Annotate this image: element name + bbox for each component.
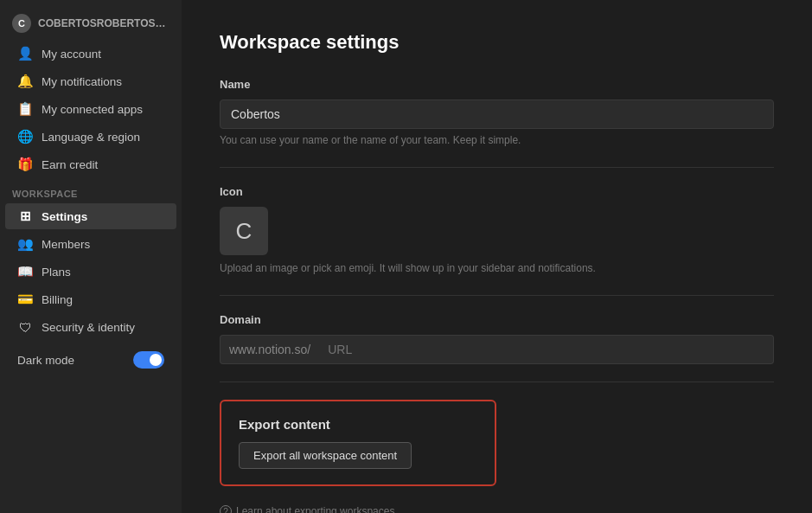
page-title: Workspace settings <box>220 31 774 54</box>
domain-prefix: www.notion.so/ <box>220 335 319 364</box>
workspace-icon-char: C <box>236 218 253 245</box>
sidebar-item-label: Earn credit <box>42 158 98 171</box>
dark-mode-toggle[interactable] <box>133 351 164 369</box>
sidebar-item-members[interactable]: 👥 Members <box>5 231 176 257</box>
settings-icon: ⊞ <box>17 208 33 224</box>
export-section: Export content Export all workspace cont… <box>220 400 496 486</box>
sidebar-item-label: My account <box>42 48 101 61</box>
sidebar-item-billing[interactable]: 💳 Billing <box>5 286 176 312</box>
members-icon: 👥 <box>17 236 33 252</box>
account-icon: 👤 <box>17 46 33 61</box>
icon-section-label: Icon <box>220 185 774 198</box>
learn-link[interactable]: ? Learn about exporting workspaces. <box>220 505 774 513</box>
sidebar-item-plans[interactable]: 📖 Plans <box>5 259 176 285</box>
sidebar-item-label: My notifications <box>42 75 122 88</box>
sidebar-item-security-identity[interactable]: 🛡 Security & identity <box>5 314 176 340</box>
connected-apps-icon: 📋 <box>17 101 33 117</box>
sidebar-user[interactable]: C COBERTOSROBERTOS@GMAIL... <box>0 7 182 40</box>
sidebar: C COBERTOSROBERTOS@GMAIL... 👤 My account… <box>0 0 182 513</box>
sidebar-item-label: Language & region <box>42 131 140 144</box>
avatar: C <box>12 14 31 33</box>
export-all-button[interactable]: Export all workspace content <box>239 442 412 469</box>
domain-section-label: Domain <box>220 313 774 326</box>
workspace-icon-picker[interactable]: C <box>220 207 268 255</box>
workspace-section-label: WORKSPACE <box>0 178 182 202</box>
sidebar-item-label: My connected apps <box>42 103 143 116</box>
security-icon: 🛡 <box>17 319 33 335</box>
sidebar-item-label: Settings <box>42 210 87 223</box>
divider-3 <box>220 382 774 382</box>
sidebar-item-label: Security & identity <box>42 321 135 334</box>
question-icon: ? <box>220 505 232 513</box>
domain-url-input[interactable] <box>319 335 774 364</box>
main-content: Workspace settings Name You can use your… <box>182 0 812 513</box>
sidebar-item-my-notifications[interactable]: 🔔 My notifications <box>5 68 176 94</box>
name-hint: You can use your name or the name of you… <box>220 134 774 146</box>
dark-mode-row: Dark mode <box>5 344 176 375</box>
sidebar-item-label: Billing <box>42 293 73 306</box>
sidebar-item-language-region[interactable]: 🌐 Language & region <box>5 124 176 150</box>
sidebar-item-my-account[interactable]: 👤 My account <box>5 41 176 67</box>
workspace-name-input[interactable] <box>220 99 774 129</box>
sidebar-item-label: Plans <box>42 266 71 279</box>
icon-hint: Upload an image or pick an emoji. It wil… <box>220 262 774 274</box>
user-email: COBERTOSROBERTOS@GMAIL... <box>38 17 169 29</box>
billing-icon: 💳 <box>17 292 33 307</box>
domain-row: www.notion.so/ <box>220 335 774 364</box>
export-title: Export content <box>239 417 477 432</box>
dark-mode-label: Dark mode <box>17 354 74 367</box>
learn-text: Learn about exporting workspaces. <box>236 505 398 513</box>
sidebar-item-earn-credit[interactable]: 🎁 Earn credit <box>5 151 176 177</box>
language-icon: 🌐 <box>17 129 33 144</box>
divider-1 <box>220 167 774 168</box>
sidebar-item-settings[interactable]: ⊞ Settings <box>5 203 176 229</box>
sidebar-item-my-connected-apps[interactable]: 📋 My connected apps <box>5 96 176 122</box>
divider-2 <box>220 295 774 296</box>
notifications-icon: 🔔 <box>17 74 33 89</box>
name-section-label: Name <box>220 78 774 91</box>
earn-credit-icon: 🎁 <box>17 157 33 172</box>
plans-icon: 📖 <box>17 264 33 279</box>
sidebar-item-label: Members <box>42 238 90 251</box>
